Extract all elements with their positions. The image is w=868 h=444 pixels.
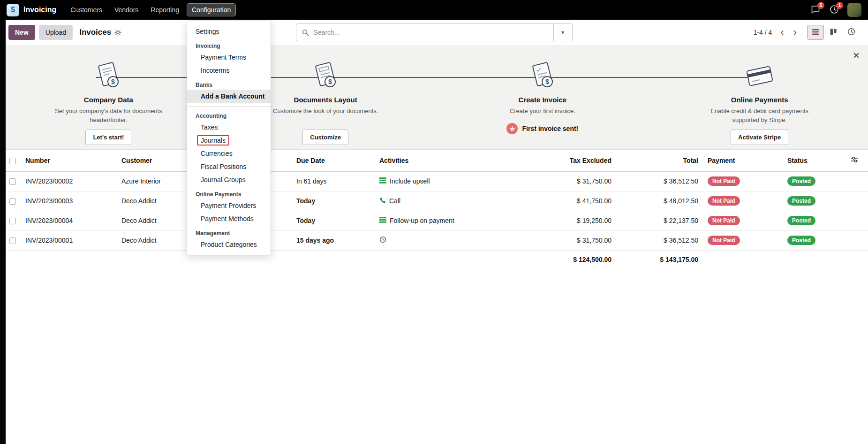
column-header-due-date[interactable]: Due Date (293, 150, 376, 171)
nav-item-reporting[interactable]: Reporting (146, 4, 184, 16)
search-input[interactable] (313, 28, 553, 37)
search-dropdown-toggle[interactable]: ▾ (553, 24, 572, 41)
close-onboarding-icon[interactable]: × (853, 50, 860, 61)
kanban-view-button[interactable] (825, 25, 842, 40)
cell-total: $ 22,137.50 (617, 211, 704, 230)
menu-item-product-categories[interactable]: Product Categories (187, 238, 271, 251)
menu-item-incoterms[interactable]: Incoterms (187, 64, 271, 77)
page-title: Invoices (79, 28, 111, 37)
cell-total: $ 36,512.50 (617, 230, 704, 250)
row-checkbox[interactable] (9, 178, 16, 185)
row-checkbox[interactable] (9, 198, 16, 205)
pager-previous-button[interactable]: ‹ (777, 27, 787, 38)
step-title: Company Data (84, 96, 133, 104)
menu-item-taxes[interactable]: Taxes (187, 121, 271, 134)
menu-item-journals[interactable]: Journals (187, 134, 271, 147)
new-button[interactable]: New (8, 25, 35, 40)
search-icon (302, 29, 309, 36)
column-header-activities[interactable]: Activities (376, 150, 507, 171)
invoice-row[interactable]: INV/2023/00002 Azure Interior In 61 days… (0, 171, 868, 191)
column-header-status[interactable]: Status (784, 150, 847, 171)
documents-layout-icon: $ (309, 59, 342, 91)
column-header-number[interactable]: Number (22, 150, 118, 171)
step-title: Documents Layout (294, 96, 357, 104)
menu-item-fiscal-positions[interactable]: Fiscal Positions (187, 160, 271, 173)
menu-item-journal-groups[interactable]: Journal Groups (187, 173, 271, 186)
activities-button[interactable]: 1 (829, 4, 840, 15)
messages-button[interactable]: 5 (810, 4, 821, 15)
nav-item-vendors[interactable]: Vendors (110, 4, 143, 16)
nav-item-customers[interactable]: Customers (66, 4, 107, 16)
nav-item-configuration-label: Configuration (192, 6, 231, 14)
kanban-view-icon (830, 28, 837, 37)
cell-tax-excluded: $ 19,250.00 (507, 211, 617, 230)
invoice-row[interactable]: INV/2023/00003 Deco Addict Today Call $ … (0, 191, 868, 211)
nav-item-configuration[interactable]: Configuration Settings Invoicing Payment… (187, 3, 236, 16)
upload-button[interactable]: Upload (39, 25, 73, 40)
onboarding-banner: × $ Company Data Set your company's data… (0, 45, 868, 150)
search-bar: ▾ (296, 23, 573, 41)
invoicing-app-icon[interactable]: $ (7, 4, 19, 16)
step-title: Create Invoice (519, 96, 567, 104)
status-badge: Posted (787, 216, 815, 225)
phone-activity-icon[interactable] (379, 197, 386, 205)
cell-due-date: 15 days ago (293, 230, 376, 250)
invoice-list-table: Number Customer Due Date Activities Tax … (0, 150, 868, 269)
column-header-total[interactable]: Total (617, 150, 704, 171)
cell-activity-label: Call (389, 197, 400, 205)
online-payments-icon (741, 59, 778, 91)
invoice-row[interactable]: INV/2023/00001 Deco Addict 15 days ago $… (0, 230, 868, 250)
menu-section-online-payments: Online Payments (187, 186, 271, 199)
user-avatar[interactable] (847, 3, 861, 17)
status-badge: Posted (787, 196, 815, 206)
onboarding-step-company-data: $ Company Data Set your company's data f… (0, 59, 217, 145)
activity-view-button[interactable] (843, 25, 860, 40)
step-description: Enable credit & debit card payments supp… (696, 107, 823, 125)
cell-due-date: Today (293, 211, 376, 230)
row-checkbox[interactable] (9, 237, 16, 244)
menu-divider (187, 106, 271, 107)
cell-tax-excluded: $ 31,750.00 (507, 230, 617, 250)
footer-tax-excluded-total: $ 124,500.00 (507, 250, 617, 269)
cell-tax-excluded: $ 41,750.00 (507, 191, 617, 211)
customize-button[interactable]: Customize (302, 130, 348, 145)
menu-item-payment-terms[interactable]: Payment Terms (187, 51, 271, 64)
svg-text:$: $ (545, 78, 549, 85)
upsell-activity-icon[interactable] (379, 177, 386, 185)
pager-next-button[interactable]: › (790, 27, 800, 38)
step-title: Online Payments (731, 96, 788, 104)
menu-section-accounting: Accounting (187, 108, 271, 121)
clock-activity-icon[interactable] (379, 236, 386, 245)
menu-item-settings[interactable]: Settings (187, 25, 271, 38)
list-view-button[interactable] (807, 25, 824, 40)
cell-due-date: In 61 days (293, 171, 376, 191)
table-header-row: Number Customer Due Date Activities Tax … (0, 150, 868, 171)
menu-item-payment-providers[interactable]: Payment Providers (187, 199, 271, 212)
payment-status-badge: Not Paid (708, 236, 740, 245)
cell-number: INV/2023/00001 (22, 230, 118, 250)
menu-item-currencies[interactable]: Currencies (187, 147, 271, 160)
actions-gear-icon[interactable] (114, 29, 121, 36)
messages-badge: 5 (817, 2, 824, 9)
menu-item-payment-methods[interactable]: Payment Methods (187, 212, 271, 225)
star-icon: ★ (506, 123, 518, 134)
onboarding-step-online-payments: Online Payments Enable credit & debit ca… (651, 59, 868, 145)
row-checkbox[interactable] (9, 218, 16, 224)
payment-status-badge: Not Paid (708, 216, 740, 225)
activate-stripe-button[interactable]: Activate Stripe (731, 130, 788, 145)
configuration-dropdown-menu: Settings Invoicing Payment Terms Incoter… (187, 21, 271, 255)
list-view-icon (812, 28, 819, 37)
chevron-down-icon: ▾ (561, 29, 564, 36)
followup-activity-icon[interactable] (379, 217, 386, 224)
lets-start-button[interactable]: Let's start! (85, 130, 131, 145)
app-name[interactable]: Invoicing (23, 6, 56, 14)
column-header-tax-excluded[interactable]: Tax Excluded (507, 150, 617, 171)
select-all-checkbox[interactable] (9, 158, 16, 164)
cell-tax-excluded: $ 31,750.00 (507, 171, 617, 191)
column-header-payment[interactable]: Payment (704, 150, 784, 171)
menu-item-add-bank-account[interactable]: Add a Bank Account (187, 90, 271, 103)
cell-due-date: Today (293, 191, 376, 211)
column-options-icon[interactable] (847, 150, 868, 171)
invoice-row[interactable]: INV/2023/00004 Deco Addict Today Follow-… (0, 211, 868, 230)
menu-section-banks: Banks (187, 77, 271, 90)
